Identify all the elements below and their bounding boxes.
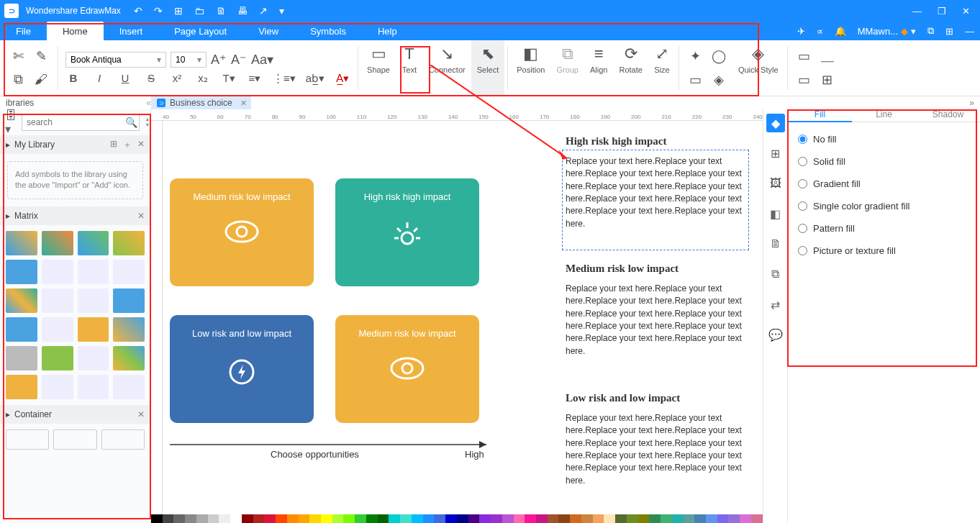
matrix-thumb[interactable] — [78, 317, 109, 342]
swatch[interactable] — [525, 514, 536, 523]
effect-icon[interactable]: ✦ — [688, 48, 704, 64]
tab-fill[interactable]: Fill — [788, 109, 852, 122]
superscript-icon[interactable]: x² — [169, 72, 185, 84]
tab-shadow[interactable]: Shadow — [916, 109, 980, 122]
matrix-thumb[interactable] — [42, 346, 73, 370]
section-my-library[interactable]: ▸My Library ⊞＋✕ — [0, 135, 150, 154]
swatch[interactable] — [570, 514, 581, 523]
swatch[interactable] — [717, 514, 729, 523]
close-matrix-icon[interactable]: ✕ — [137, 211, 145, 221]
matrix-thumb[interactable] — [6, 231, 37, 255]
document-tab[interactable]: ⊃ Business choice ✕ — [151, 96, 251, 109]
tabs-overflow-icon[interactable]: » — [969, 98, 974, 108]
diamond-icon[interactable]: ◈ — [711, 72, 727, 88]
fill-option[interactable]: Pattern fill — [798, 223, 970, 234]
user-menu[interactable]: MMawn...◆▾ — [858, 26, 916, 37]
subscript-icon[interactable]: x₂ — [195, 72, 211, 85]
matrix-thumb[interactable] — [113, 375, 145, 399]
swatch[interactable] — [378, 514, 389, 523]
swatch[interactable] — [400, 514, 412, 523]
font-name-select[interactable]: Book Antiqua▾ — [65, 52, 166, 68]
swatch[interactable] — [548, 514, 559, 523]
swatch[interactable] — [219, 514, 230, 523]
more-icon[interactable]: ▾ — [279, 5, 284, 17]
text-block-1[interactable]: High risk high impact Replace your text … — [566, 134, 753, 230]
send-icon[interactable]: ✈ — [797, 26, 805, 37]
grid-icon[interactable]: ⊞ — [945, 26, 953, 37]
tab-symbols[interactable]: Symbols — [294, 22, 362, 40]
matrix-thumb[interactable] — [6, 260, 37, 284]
rail-item-1[interactable]: ⊞ — [766, 144, 785, 163]
matrix-thumb[interactable] — [6, 317, 37, 342]
swatch[interactable] — [196, 514, 208, 523]
swatch[interactable] — [581, 514, 593, 523]
rail-item-5[interactable]: ⧉ — [766, 265, 785, 283]
swatch[interactable] — [253, 514, 265, 523]
matrix-thumb[interactable] — [78, 346, 109, 370]
swatch[interactable] — [343, 514, 355, 523]
tab-page-layout[interactable]: Page Layout — [158, 22, 242, 40]
swatch[interactable] — [536, 514, 548, 523]
swatch[interactable] — [185, 514, 196, 523]
matrix-thumb[interactable] — [113, 231, 145, 255]
cut-icon[interactable]: ✄ — [10, 48, 26, 64]
ri1-icon[interactable]: ▭ — [797, 48, 812, 64]
matrix-thumb[interactable] — [113, 288, 145, 313]
swatch[interactable] — [468, 514, 480, 523]
text-button[interactable]: TText — [396, 40, 423, 96]
italic-icon[interactable]: I — [91, 72, 107, 84]
container-thumb[interactable] — [53, 429, 96, 450]
swatch[interactable] — [661, 514, 672, 523]
swatch[interactable] — [672, 514, 684, 523]
swatch[interactable] — [638, 514, 650, 523]
print-icon[interactable]: 🖶 — [237, 5, 248, 17]
swatch[interactable] — [706, 514, 717, 523]
swatch[interactable] — [604, 514, 615, 523]
swatch[interactable] — [514, 514, 525, 523]
swatch[interactable] — [445, 514, 457, 523]
underline-icon[interactable]: U — [117, 72, 133, 84]
swatch[interactable] — [230, 514, 242, 523]
size-button[interactable]: ⤢Size — [648, 40, 676, 96]
import-icon[interactable]: ⊞ — [110, 139, 117, 151]
font-size-select[interactable]: 10▾ — [171, 52, 207, 68]
fill-option[interactable]: Picture or texture fill — [798, 245, 970, 256]
section-container[interactable]: ▸Container ✕ — [0, 405, 150, 424]
sort-icon[interactable]: ▴▾ — [146, 117, 149, 128]
tab-home[interactable]: Home — [47, 22, 104, 40]
doc-close-icon[interactable]: ✕ — [240, 99, 247, 108]
maximize-button[interactable]: ❐ — [938, 6, 946, 17]
paste-icon[interactable]: 🖌 — [33, 72, 49, 87]
export-icon[interactable]: ↗ — [259, 5, 268, 17]
rail-item-6[interactable]: ⇄ — [766, 295, 785, 314]
swatch[interactable] — [264, 514, 276, 523]
swatch[interactable] — [366, 514, 378, 523]
highlight-icon[interactable]: ab̲▾ — [306, 72, 325, 85]
section-matrix[interactable]: ▸Matrix ✕ — [0, 206, 150, 225]
swatch[interactable] — [491, 514, 502, 523]
container-thumb[interactable] — [6, 429, 49, 450]
rail-item-3[interactable]: ◧ — [766, 204, 785, 223]
matrix-thumb[interactable] — [42, 317, 73, 342]
close-section-icon[interactable]: ✕ — [137, 139, 145, 151]
format-painter-icon[interactable]: ✎ — [33, 48, 49, 64]
rail-item-4[interactable]: 🗎 — [766, 235, 785, 253]
matrix-thumb[interactable] — [6, 288, 37, 313]
swatch[interactable] — [163, 514, 174, 523]
bell-icon[interactable]: 🔔 — [835, 26, 846, 37]
font-color-icon[interactable]: A̲▾ — [335, 72, 350, 85]
tab-file[interactable]: File — [0, 22, 47, 40]
align-button[interactable]: ≡Align — [584, 40, 613, 96]
swatch[interactable] — [423, 514, 435, 523]
undo-icon[interactable]: ↶ — [134, 5, 142, 17]
close-button[interactable]: ✕ — [962, 6, 970, 17]
matrix-thumb[interactable] — [6, 375, 37, 399]
strike-icon[interactable]: S — [143, 72, 159, 84]
text-block-3[interactable]: Low risk and low impact Replace your tex… — [566, 391, 753, 487]
swatch[interactable] — [208, 514, 219, 523]
swatch[interactable] — [627, 514, 638, 523]
color-swatch-bar[interactable] — [151, 514, 763, 523]
swatch[interactable] — [242, 514, 253, 523]
swatch[interactable] — [740, 514, 751, 523]
grow-font-icon[interactable]: A⁺ — [211, 52, 227, 68]
